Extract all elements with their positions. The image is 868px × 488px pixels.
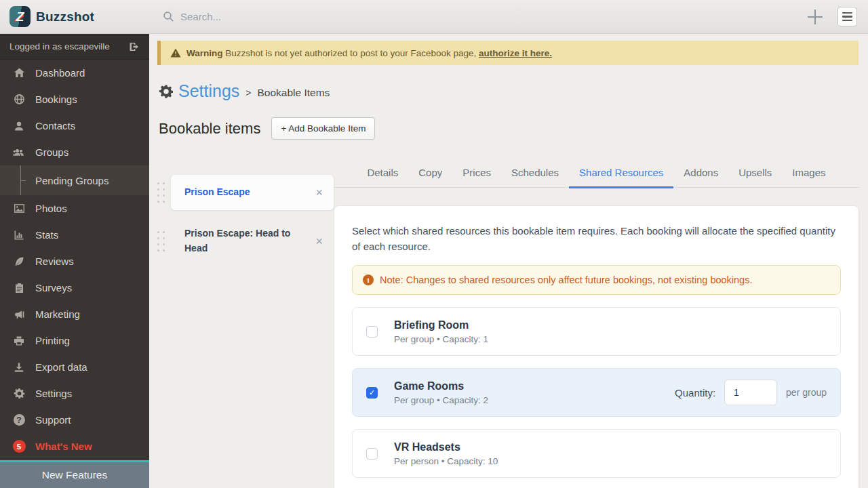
delete-item-icon[interactable]: [314, 185, 324, 200]
bookable-item-prison-escape[interactable]: Prison Escape: [171, 175, 334, 210]
search-icon: [163, 11, 174, 22]
list-item: Prison Escape: [157, 175, 334, 210]
sidebar-item-bookings[interactable]: Bookings: [0, 86, 149, 113]
bookable-item-list: Prison Escape Prison Escape: Head to Hea…: [149, 141, 334, 272]
breadcrumb-settings-link[interactable]: Settings: [178, 81, 239, 101]
drag-handle-icon[interactable]: [157, 175, 167, 210]
sidebar-item-settings[interactable]: Settings: [0, 380, 149, 407]
resource-row-game-rooms: Game Rooms Per group • Capacity: 2 Quant…: [352, 368, 841, 417]
resource-info: Briefing Room Per group • Capacity: 1: [394, 319, 827, 344]
sidebar-item-dashboard[interactable]: Dashboard: [0, 60, 149, 86]
resource-info: Game Rooms Per group • Capacity: 2: [394, 380, 675, 405]
main-content: Warning Buzzshot is not yet authorized t…: [149, 34, 868, 488]
tree-tick: [20, 180, 26, 181]
authorize-link[interactable]: authorize it here.: [479, 48, 552, 58]
search-input[interactable]: [180, 11, 384, 22]
breadcrumb-current-page: Bookable Items: [258, 87, 330, 99]
panel-intro-text: Select which shared resources this booka…: [352, 224, 841, 254]
sidebar-item-stats[interactable]: Stats: [0, 222, 149, 248]
photo-icon: [13, 203, 25, 214]
person-icon: [13, 121, 25, 131]
top-bar: Z Buzzshot: [0, 0, 868, 34]
resource-row-vr-headsets: VR Headsets Per person • Capacity: 10: [352, 429, 841, 478]
topbar-actions: [808, 7, 868, 26]
question-circle-icon: [13, 414, 25, 426]
logged-in-text: Logged in as escapeville: [9, 41, 129, 52]
new-features-button[interactable]: New Features: [0, 462, 149, 488]
sidebar-item-whats-new[interactable]: 5 What's New: [0, 433, 149, 460]
breadcrumb-separator: >: [245, 87, 251, 98]
tab-bar: Details Copy Prices Schedules Shared Res…: [334, 141, 859, 188]
people-icon: [13, 147, 25, 158]
sidebar-item-export-data[interactable]: Export data: [0, 354, 149, 380]
hamburger-menu-button[interactable]: [837, 7, 857, 26]
page: Z Buzzshot Logged in as escapeville: [0, 0, 868, 488]
sidebar-item-surveys[interactable]: Surveys: [0, 274, 149, 301]
add-icon[interactable]: [808, 9, 823, 24]
briefing-room-checkbox[interactable]: [366, 326, 378, 338]
list-item: Prison Escape: Head to Head: [157, 220, 334, 262]
vr-headsets-checkbox[interactable]: [366, 448, 378, 460]
breadcrumb: Settings > Bookable Items: [159, 81, 868, 101]
info-icon: [363, 274, 374, 285]
home-icon: [13, 67, 25, 79]
quantity-label: Quantity:: [675, 387, 715, 399]
clipboard-icon: [13, 283, 25, 293]
tab-copy[interactable]: Copy: [408, 167, 452, 187]
bookable-item-prison-escape-head-to-head[interactable]: Prison Escape: Head to Head: [171, 220, 334, 262]
warning-banner: Warning Buzzshot is not yet authorized t…: [157, 41, 859, 65]
add-bookable-item-button[interactable]: + Add Bookable Item: [271, 117, 375, 140]
quantity-input[interactable]: [724, 380, 777, 405]
gear-icon: [13, 388, 25, 399]
note-text: Note: Changes to shared resources only a…: [380, 274, 752, 285]
heading-row: Bookable items + Add Bookable Item: [159, 117, 868, 140]
shared-resources-panel: Select which shared resources this booka…: [334, 205, 859, 488]
count-badge: 5: [13, 440, 25, 453]
buzzshot-logo-icon: Z: [9, 6, 31, 27]
sidebar-item-reviews[interactable]: Reviews: [0, 248, 149, 274]
sidebar-item-photos[interactable]: Photos: [0, 195, 149, 222]
resource-row-briefing-room: Briefing Room Per group • Capacity: 1: [352, 307, 841, 356]
sidebar-item-printing[interactable]: Printing: [0, 327, 149, 354]
settings-gear-icon: [159, 84, 174, 99]
drag-handle-icon[interactable]: [157, 220, 167, 262]
logout-icon[interactable]: [129, 41, 140, 52]
feather-icon: [13, 256, 25, 267]
delete-item-icon[interactable]: [314, 234, 324, 249]
sidebar-nav: Dashboard Bookings Contacts: [0, 60, 149, 460]
logged-in-bar: Logged in as escapeville: [0, 34, 149, 60]
tab-prices[interactable]: Prices: [452, 167, 501, 187]
tab-details[interactable]: Details: [357, 167, 408, 187]
brand-name: Buzzshot: [36, 9, 94, 24]
bar-chart-icon: [13, 230, 25, 241]
content-columns: Prison Escape Prison Escape: Head to Hea…: [149, 141, 868, 488]
game-rooms-checkbox[interactable]: [366, 387, 378, 399]
sidebar-item-support[interactable]: Support: [0, 407, 149, 433]
globe-icon: [13, 94, 25, 105]
warning-icon: [170, 48, 181, 58]
tab-addons[interactable]: Addons: [673, 167, 728, 187]
warning-text: Warning Buzzshot is not yet authorized t…: [186, 48, 552, 58]
quantity-controls: Quantity: per group: [675, 380, 827, 405]
resource-info: VR Headsets Per person • Capacity: 10: [394, 441, 827, 466]
download-icon: [13, 362, 25, 373]
sidebar-item-pending-groups[interactable]: Pending Groups: [0, 165, 149, 195]
tab-schedules[interactable]: Schedules: [501, 167, 569, 187]
brand[interactable]: Z Buzzshot: [0, 6, 149, 27]
printer-icon: [13, 336, 25, 346]
sidebar-item-marketing[interactable]: Marketing: [0, 301, 149, 327]
note-box: Note: Changes to shared resources only a…: [352, 265, 841, 295]
detail-column: Details Copy Prices Schedules Shared Res…: [334, 141, 859, 488]
megaphone-icon: [13, 309, 25, 320]
tab-upsells[interactable]: Upsells: [728, 167, 782, 187]
search-bar[interactable]: [163, 11, 808, 22]
quantity-unit: per group: [786, 387, 827, 398]
sidebar-item-groups[interactable]: Groups: [0, 139, 149, 165]
sidebar: Logged in as escapeville Dashboard: [0, 34, 149, 488]
page-title: Bookable items: [159, 120, 260, 138]
sidebar-item-contacts[interactable]: Contacts: [0, 113, 149, 139]
tab-shared-resources[interactable]: Shared Resources: [569, 167, 673, 188]
tab-images[interactable]: Images: [782, 167, 835, 187]
